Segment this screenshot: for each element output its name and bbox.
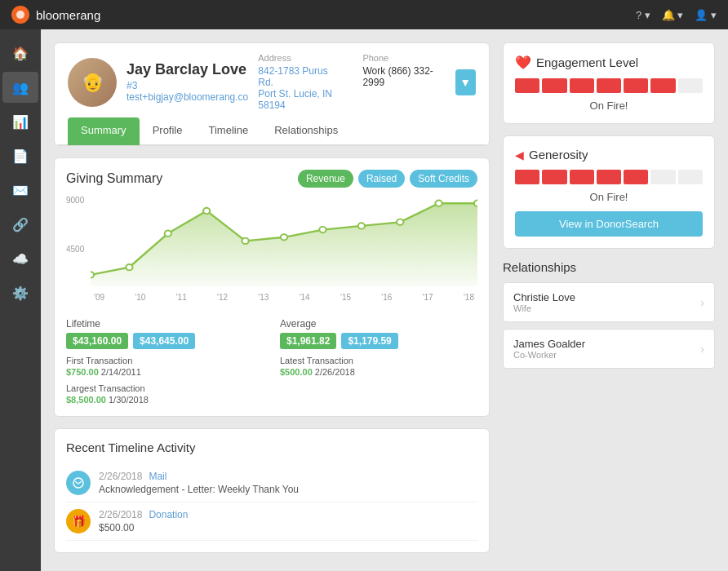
chart-point-8 [358, 223, 365, 228]
engagement-seg-3 [570, 78, 594, 93]
average-stat: Average $1,961.82 $1,179.59 Latest Trans… [280, 318, 477, 405]
chart-point-5 [242, 238, 248, 244]
chart-y-mid: 4500 [66, 245, 91, 254]
profile-name: Jay Barclay Love [127, 61, 248, 78]
first-transaction-label: First Transaction [66, 356, 264, 365]
timeline-donation-icon: 🎁 [66, 509, 91, 533]
chart-point-10 [435, 201, 442, 206]
profile-email[interactable]: test+bigjay@bloomerang.co [127, 91, 248, 103]
soft-credits-button[interactable]: Soft Credits [410, 170, 477, 188]
james-info: James Goalder Co-Worker [513, 338, 585, 360]
largest-transaction-label: Largest Transaction [66, 383, 264, 393]
top-nav-right: ? ▾ 🔔 ▾ 👤 ▾ [636, 9, 717, 21]
chart-x-10: '10 [135, 293, 145, 302]
engagement-label: On Fire! [515, 100, 703, 112]
chart-icon: 📊 [12, 114, 29, 130]
logo-text: bloomerang [36, 8, 100, 22]
generosity-seg-4 [597, 170, 621, 184]
phone-label: Phone [362, 53, 433, 63]
timeline-mail-info: 2/26/2018 Mail Acknowledgement - Letter:… [99, 471, 477, 495]
logo-icon [11, 6, 29, 24]
sidebar-item-share[interactable]: 🔗 [2, 209, 38, 240]
sidebar-item-home[interactable]: 🏠 [2, 38, 38, 69]
latest-transaction-date: 2/26/2018 [315, 367, 355, 377]
sidebar-item-documents[interactable]: 📄 [2, 140, 38, 171]
largest-transaction: Largest Transaction $8,500.00 1/30/2018 [66, 383, 264, 405]
chart-point-4 [203, 208, 210, 214]
timeline-donation-type[interactable]: Donation [149, 509, 188, 520]
user-menu-button[interactable]: 👤 ▾ [695, 9, 717, 21]
generosity-seg-2 [542, 170, 566, 184]
phone-value: Work (866) 332-2999 [362, 65, 433, 88]
relationship-item-christie[interactable]: Christie Love Wife › [503, 282, 715, 322]
address-block: Address 842-1783 Purus Rd. Port St. Luci… [258, 53, 338, 111]
profile-dropdown-button[interactable]: ▼ [455, 69, 476, 95]
stats-section: Lifetime $43,160.00 $43,645.00 First Tra… [66, 318, 477, 405]
chart-x-12: '12 [217, 293, 228, 302]
latest-transaction-amount: $500.00 [280, 367, 313, 377]
main-content: 👴 Jay Barclay Love #3 test+bigjay@bloome… [41, 29, 728, 571]
left-column: 👴 Jay Barclay Love #3 test+bigjay@bloome… [54, 42, 490, 558]
timeline-mail-desc: Acknowledgement - Letter: Weekly Thank Y… [99, 484, 477, 495]
profile-body: 👴 Jay Barclay Love #3 test+bigjay@bloome… [55, 43, 489, 121]
sidebar-item-email[interactable]: ✉️ [2, 175, 38, 206]
tab-timeline[interactable]: Timeline [195, 117, 261, 145]
sidebar-item-settings[interactable]: ⚙️ [2, 277, 38, 308]
giving-buttons: Revenue Raised Soft Credits [298, 170, 477, 188]
generosity-seg-1 [515, 170, 539, 184]
chart-point-9 [397, 219, 403, 225]
relationships-title: Relationships [503, 260, 715, 274]
raised-button[interactable]: Raised [358, 170, 405, 188]
tab-profile[interactable]: Profile [140, 117, 196, 145]
chart-area-fill [91, 203, 477, 286]
revenue-button[interactable]: Revenue [298, 170, 353, 188]
christie-role: Wife [513, 303, 575, 313]
timeline-mail-meta: 2/26/2018 Mail [99, 471, 477, 482]
lifetime-values: $43,160.00 $43,645.00 [66, 333, 264, 349]
christie-name: Christie Love [513, 291, 575, 303]
people-icon: 👥 [12, 80, 29, 95]
generosity-label: On Fire! [515, 191, 703, 203]
generosity-seg-5 [624, 170, 648, 184]
giving-chart: 9000 4500 [66, 196, 477, 310]
tab-summary[interactable]: Summary [68, 117, 140, 145]
chart-point-7 [319, 227, 326, 232]
chart-x-labels: '09 '10 '11 '12 '13 '14 '15 '16 '17 '18 [91, 293, 477, 302]
svg-point-0 [16, 11, 24, 19]
giving-summary-header: Giving Summary Revenue Raised Soft Credi… [66, 170, 477, 188]
giving-summary-card: Giving Summary Revenue Raised Soft Credi… [54, 157, 490, 417]
engagement-bar [515, 78, 703, 93]
documents-icon: 📄 [12, 148, 29, 164]
first-transaction-amount: $750.00 [66, 367, 99, 377]
email-icon: ✉️ [12, 183, 29, 198]
profile-address-section: Address 842-1783 Purus Rd. Port St. Luci… [258, 53, 433, 111]
sidebar-item-chart[interactable]: 📊 [2, 106, 38, 137]
notifications-button[interactable]: 🔔 ▾ [662, 9, 684, 21]
timeline-mail-type[interactable]: Mail [149, 471, 166, 482]
timeline-donation-meta: 2/26/2018 Donation [99, 509, 477, 520]
address-line1[interactable]: 842-1783 Purus Rd. [258, 65, 338, 88]
profile-tabs: Summary Profile Timeline Relationships [55, 117, 489, 145]
timeline-mail-date: 2/26/2018 [99, 471, 142, 482]
first-transaction: First Transaction $750.00 2/14/2011 [66, 356, 264, 377]
engagement-seg-7 [678, 78, 703, 93]
giving-summary-title: Giving Summary [66, 171, 162, 186]
chart-y-max: 9000 [66, 196, 91, 205]
average-label: Average [280, 318, 477, 330]
address-line2[interactable]: Port St. Lucie, IN 58194 [258, 88, 338, 111]
relationship-item-james[interactable]: James Goalder Co-Worker › [503, 329, 715, 369]
sidebar-item-cloud[interactable]: ☁️ [2, 243, 38, 274]
chart-x-16: '16 [381, 293, 392, 302]
latest-transaction-label: Latest Transaction [280, 356, 477, 365]
average-values: $1,961.82 $1,179.59 [280, 333, 477, 349]
help-button[interactable]: ? ▾ [636, 9, 650, 21]
sidebar-item-people[interactable]: 👥 [2, 72, 38, 103]
tab-relationships[interactable]: Relationships [261, 117, 351, 145]
profile-header-card: 👴 Jay Barclay Love #3 test+bigjay@bloome… [54, 42, 490, 146]
chart-x-18: '18 [464, 293, 474, 302]
engagement-card: ❤️ Engagement Level On Fire! [503, 42, 715, 124]
view-in-donorsearch-button[interactable]: View in DonorSearch [515, 211, 703, 237]
chart-point-3 [165, 230, 171, 236]
phone-block: Phone Work (866) 332-2999 [362, 53, 433, 111]
chart-point-2 [126, 264, 132, 270]
